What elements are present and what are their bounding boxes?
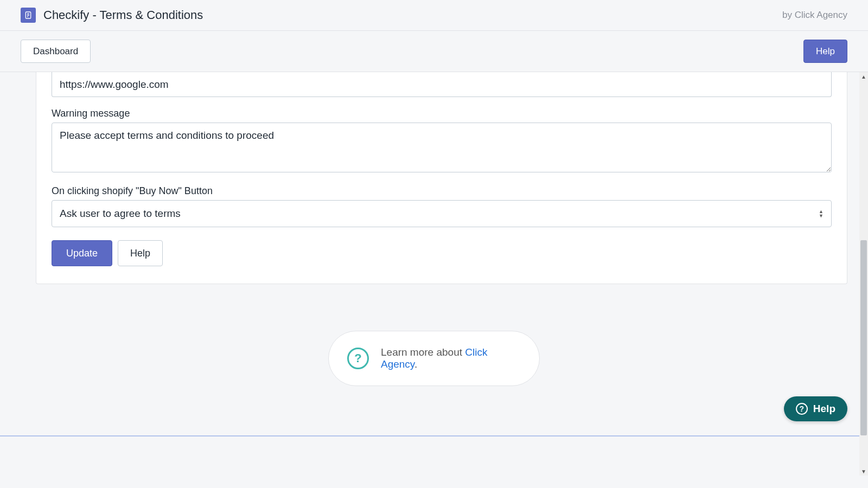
scroll-down-icon[interactable]: ▼ — [859, 467, 868, 476]
form-button-row: Update Help — [52, 240, 832, 266]
warning-field: Warning message — [52, 108, 832, 175]
floating-help-label: Help — [813, 403, 835, 415]
learn-prefix: Learn more about — [381, 346, 465, 358]
app-header: Checkify - Terms & Conditions by Click A… — [0, 0, 868, 31]
bottom-accent-line — [0, 435, 859, 436]
question-circle-icon: ? — [347, 348, 369, 369]
settings-card: Warning message On clicking shopify "Buy… — [36, 72, 847, 284]
buynow-field: On clicking shopify "Buy Now" Button Ask… — [52, 185, 832, 227]
terms-url-input[interactable] — [52, 72, 832, 97]
dashboard-button[interactable]: Dashboard — [21, 40, 91, 63]
floating-help-widget[interactable]: ? Help — [784, 396, 847, 421]
warning-message-input[interactable] — [52, 123, 832, 172]
buynow-label: On clicking shopify "Buy Now" Button — [52, 185, 832, 197]
scroll-up-icon[interactable]: ▲ — [859, 72, 868, 81]
learn-more-text: Learn more about Click Agency. — [381, 346, 521, 370]
content-viewport: Warning message On clicking shopify "Buy… — [0, 72, 868, 476]
learn-suffix: . — [414, 358, 417, 370]
help-question-icon: ? — [796, 403, 808, 415]
vendor-attribution: by Click Agency — [782, 10, 847, 21]
scrollbar-thumb[interactable] — [860, 240, 867, 435]
scrollbar-track[interactable]: ▲ ▼ — [859, 72, 868, 476]
app-icon — [21, 8, 36, 23]
app-header-left: Checkify - Terms & Conditions — [21, 8, 203, 23]
warning-label: Warning message — [52, 108, 832, 119]
learn-more-pill: ? Learn more about Click Agency. — [328, 331, 540, 386]
buynow-select[interactable]: Ask user to agree to terms ▲▼ — [52, 200, 832, 227]
form-help-button[interactable]: Help — [118, 240, 163, 266]
select-caret-icon: ▲▼ — [819, 210, 824, 218]
help-button[interactable]: Help — [803, 40, 847, 63]
app-title: Checkify - Terms & Conditions — [43, 8, 203, 22]
update-button[interactable]: Update — [52, 240, 112, 266]
buynow-selected-value: Ask user to agree to terms — [60, 208, 181, 220]
action-bar: Dashboard Help — [0, 31, 868, 72]
